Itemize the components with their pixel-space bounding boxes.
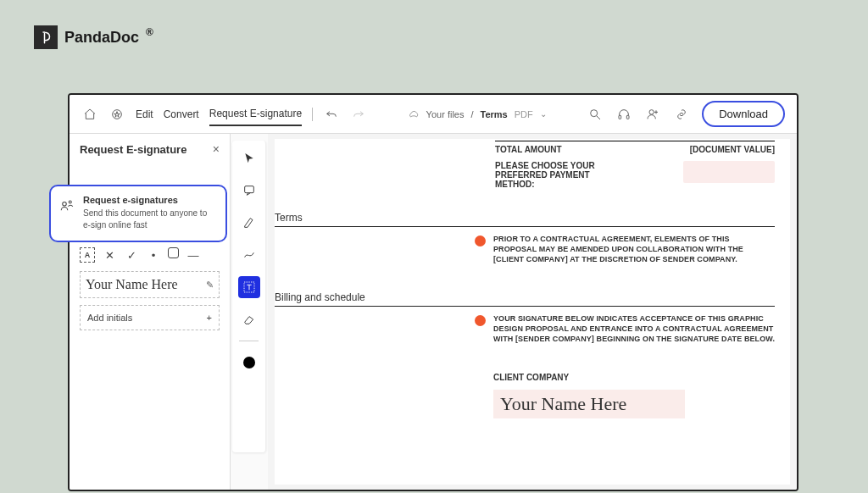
text-tool-icon[interactable] <box>238 276 260 298</box>
people-share-icon <box>59 198 75 216</box>
dot-tool-icon[interactable]: • <box>146 247 161 263</box>
add-initials-label: Add initials <box>87 313 132 323</box>
brand-name: PandaDoc <box>64 29 139 47</box>
callout-title: Request e-signatures <box>83 195 215 205</box>
terms-heading: Terms <box>275 212 775 227</box>
document-page: TOTAL AMOUNT [DOCUMENT VALUE] PLEASE CHO… <box>275 139 790 485</box>
billing-heading: Billing and schedule <box>275 291 775 307</box>
billing-clause: YOUR SIGNATURE BELOW INDICATES ACCEPTANC… <box>493 313 775 344</box>
headphones-icon[interactable] <box>615 106 632 123</box>
signature-text: Your Name Here <box>86 277 178 292</box>
tool-rail <box>232 141 266 452</box>
field-marker-icon[interactable] <box>475 235 486 246</box>
client-company-label: CLIENT COMPANY <box>493 373 569 382</box>
plus-icon: + <box>207 313 212 323</box>
home-icon[interactable] <box>81 106 98 123</box>
star-icon[interactable] <box>108 106 125 123</box>
breadcrumb-root[interactable]: Your files <box>426 109 465 119</box>
circle-tool-icon[interactable] <box>168 247 179 258</box>
signature-field[interactable]: Your Name Here ✎ <box>80 271 220 298</box>
request-esign-callout[interactable]: Request e-signatures Send this document … <box>49 185 227 242</box>
erase-tool-icon[interactable] <box>238 308 260 330</box>
menu-edit[interactable]: Edit <box>136 103 153 125</box>
svg-point-0 <box>113 109 122 119</box>
markup-tools: A ✕ ✓ • — <box>80 244 220 271</box>
brand-mark-icon <box>34 25 58 49</box>
field-marker-icon[interactable] <box>475 315 486 326</box>
line-tool-icon[interactable]: — <box>186 247 201 263</box>
signature-field-doc[interactable]: Your Name Here <box>493 390 685 418</box>
chevron-down-icon[interactable]: ⌄ <box>540 109 547 119</box>
close-icon[interactable]: × <box>213 142 220 156</box>
user-add-icon[interactable] <box>644 106 661 123</box>
svg-rect-3 <box>627 115 630 119</box>
color-swatch-icon[interactable] <box>238 352 260 374</box>
download-button[interactable]: Download <box>702 101 785 127</box>
terms-clause: PRIOR TO A CONTRACTUAL AGREEMENT, ELEMEN… <box>493 234 775 264</box>
topbar: Edit Convert Request E-signature Your fi… <box>70 95 797 134</box>
svg-point-1 <box>591 109 598 116</box>
document-canvas: TOTAL AMOUNT [DOCUMENT VALUE] PLEASE CHO… <box>268 134 797 490</box>
undo-icon[interactable] <box>323 106 340 123</box>
x-mark-tool-icon[interactable]: ✕ <box>102 247 117 263</box>
menu-convert[interactable]: Convert <box>164 103 199 125</box>
app-window: Edit Convert Request E-signature Your fi… <box>68 93 798 491</box>
svg-rect-2 <box>619 115 621 119</box>
breadcrumb-current: Terms <box>481 109 508 119</box>
redo-icon[interactable] <box>350 106 367 123</box>
svg-point-7 <box>63 202 67 207</box>
highlight-tool-icon[interactable] <box>238 212 260 234</box>
total-amount-label: TOTAL AMOUNT <box>495 145 562 154</box>
menu-request-esign[interactable]: Request E-signature <box>209 102 302 126</box>
svg-rect-5 <box>244 186 253 193</box>
sidebar-title: Request E-signature <box>80 143 186 156</box>
svg-point-8 <box>69 201 71 203</box>
check-tool-icon[interactable]: ✓ <box>124 247 139 263</box>
search-icon[interactable] <box>587 106 604 123</box>
callout-body: Send this document to anyone to e-sign o… <box>83 208 215 230</box>
svg-point-4 <box>649 109 654 114</box>
select-tool-icon[interactable] <box>238 147 260 169</box>
payment-prompt: PLEASE CHOOSE YOUR PREFERRED PAYMENT MET… <box>495 161 605 189</box>
payment-method-field[interactable] <box>683 161 775 183</box>
textfield-tool-icon[interactable]: A <box>80 247 95 263</box>
add-initials-field[interactable]: Add initials + <box>80 305 220 330</box>
breadcrumb-filetype: PDF <box>515 109 533 119</box>
brand-logo: PandaDoc® <box>34 25 153 49</box>
breadcrumb: Your files / Terms PDF ⌄ <box>408 108 547 120</box>
draw-tool-icon[interactable] <box>238 244 260 266</box>
comment-tool-icon[interactable] <box>238 180 260 202</box>
total-amount-value: [DOCUMENT VALUE] <box>690 145 775 154</box>
link-icon[interactable] <box>673 106 690 123</box>
edit-signature-icon[interactable]: ✎ <box>206 280 214 291</box>
